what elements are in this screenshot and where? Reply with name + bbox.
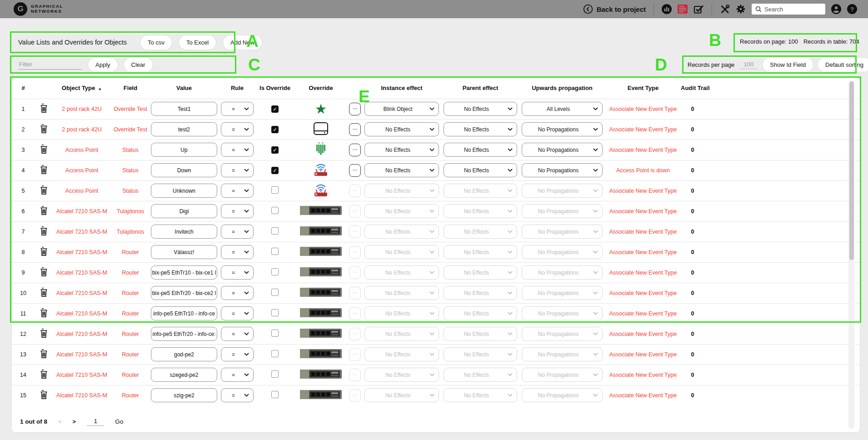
add-new-button[interactable]: Add New: [223, 35, 262, 50]
instance-effect-select[interactable]: No Effects: [364, 143, 439, 157]
charts-button[interactable]: [662, 4, 672, 14]
object-type-link[interactable]: Alcatel 7210 SAS-M: [56, 331, 107, 337]
delete-row-button[interactable]: [39, 369, 49, 381]
object-type-link[interactable]: Alcatel 7210 SAS-M: [56, 249, 107, 255]
field-link[interactable]: Status: [122, 167, 138, 174]
event-type-link[interactable]: Associate New Event Type: [609, 188, 677, 194]
event-type-link[interactable]: Associate New Event Type: [609, 106, 677, 112]
is-override-checkbox[interactable]: ✓: [271, 126, 279, 133]
default-sorting-button[interactable]: Default sorting: [818, 58, 868, 72]
event-type-link[interactable]: Associate New Event Type: [609, 147, 677, 153]
event-type-link[interactable]: Associate New Event Type: [609, 229, 677, 235]
settings-button[interactable]: [736, 4, 746, 14]
value-input[interactable]: info-pe5 EthTr10 - info-ce: [151, 306, 217, 320]
delete-row-button[interactable]: [39, 287, 49, 299]
col-header-audit-trail[interactable]: Audit Trail: [681, 78, 704, 99]
event-type-link[interactable]: Associate New Event Type: [609, 249, 677, 255]
value-input[interactable]: bix-pe5 EthTr20 - bix-ce2 l: [151, 286, 217, 300]
field-link[interactable]: Tulajdonos: [117, 229, 145, 235]
field-link[interactable]: Router: [122, 351, 139, 358]
field-link[interactable]: Status: [122, 147, 138, 153]
field-link[interactable]: Router: [122, 249, 139, 255]
event-type-link[interactable]: Associate New Event Type: [609, 208, 677, 215]
table-scrollbar-thumb[interactable]: [849, 81, 854, 260]
rule-select[interactable]: =: [221, 368, 254, 382]
export-csv-button[interactable]: To csv: [140, 35, 172, 50]
object-type-link[interactable]: 2 post rack 42U: [62, 126, 102, 133]
event-type-link[interactable]: Associate New Event Type: [609, 331, 677, 337]
value-input[interactable]: Down: [151, 163, 217, 177]
event-type-link[interactable]: Associate New Event Type: [609, 126, 677, 133]
is-override-checkbox[interactable]: [271, 268, 279, 275]
rule-select[interactable]: =: [221, 347, 254, 361]
rule-select[interactable]: =: [221, 286, 254, 300]
object-type-link[interactable]: Alcatel 7210 SAS-M: [56, 310, 107, 317]
field-link[interactable]: Router: [122, 290, 139, 296]
delete-row-button[interactable]: [39, 348, 49, 360]
field-link[interactable]: Router: [122, 310, 139, 317]
value-input[interactable]: bix-pe5 EthTr10 - bix-ce1 l: [151, 265, 217, 280]
object-type-link[interactable]: Alcatel 7210 SAS-M: [56, 208, 107, 215]
col-header-is-override[interactable]: Is Override: [256, 78, 294, 99]
field-link[interactable]: Router: [122, 331, 139, 337]
col-header-upwards-propagation[interactable]: Upwards propagation: [519, 78, 605, 99]
is-override-checkbox[interactable]: [271, 186, 279, 194]
value-lists-button-active[interactable]: [678, 5, 688, 14]
delete-row-button[interactable]: [39, 266, 49, 279]
col-header-instance-effect[interactable]: Instance effect: [362, 78, 442, 99]
clear-filter-button[interactable]: Clear: [124, 58, 153, 72]
value-input[interactable]: info-pe5 EthTr20 - info-ce:: [151, 327, 217, 341]
object-type-link[interactable]: Alcatel 7210 SAS-M: [56, 392, 107, 399]
col-header-rule[interactable]: Rule: [218, 78, 256, 99]
col-header-parent-effect[interactable]: Parent effect: [442, 78, 519, 99]
is-override-checkbox[interactable]: [271, 227, 279, 235]
is-override-checkbox[interactable]: [271, 309, 279, 316]
col-header-value[interactable]: Value: [150, 78, 218, 99]
value-input[interactable]: Up: [151, 143, 217, 157]
event-type-link[interactable]: Associate New Event Type: [609, 392, 677, 399]
value-input[interactable]: szeged-pe2: [151, 368, 217, 382]
delete-row-button[interactable]: [39, 205, 49, 217]
upwards-propagation-select[interactable]: No Propagations: [522, 143, 603, 157]
object-type-link[interactable]: Access Point: [65, 147, 98, 153]
override-picker-button[interactable]: ...: [349, 144, 361, 156]
rule-select[interactable]: =: [221, 245, 254, 259]
page-number-input[interactable]: [87, 417, 104, 426]
is-override-checkbox[interactable]: [271, 248, 279, 255]
instance-effect-select[interactable]: No Effects: [364, 122, 439, 136]
rule-select[interactable]: =: [221, 327, 254, 341]
previous-page-button[interactable]: <: [58, 418, 62, 425]
instance-effect-select[interactable]: Blink Object: [364, 102, 439, 116]
rule-select[interactable]: =: [221, 163, 254, 177]
field-link[interactable]: Override Test: [114, 106, 147, 112]
override-picker-button[interactable]: ...: [349, 123, 361, 136]
rule-select[interactable]: =: [221, 204, 254, 218]
field-link[interactable]: Router: [122, 372, 139, 378]
rule-select[interactable]: =: [221, 225, 254, 239]
event-type-link[interactable]: Associate New Event Type: [609, 310, 677, 317]
value-input[interactable]: Válassz!: [151, 245, 217, 259]
col-header-field[interactable]: Field: [111, 78, 150, 99]
value-input[interactable]: Digi: [151, 204, 217, 218]
value-input[interactable]: test2: [151, 122, 217, 136]
object-type-link[interactable]: Alcatel 7210 SAS-M: [56, 290, 107, 296]
object-type-link[interactable]: Alcatel 7210 SAS-M: [56, 351, 107, 358]
object-type-link[interactable]: 2 post rack 42U: [62, 106, 102, 112]
col-header-override[interactable]: Override: [294, 78, 348, 99]
filter-input[interactable]: [18, 60, 82, 70]
rule-select[interactable]: =: [221, 184, 254, 198]
value-input[interactable]: Test1: [151, 102, 217, 116]
parent-effect-select[interactable]: No Effects: [444, 102, 517, 116]
field-link[interactable]: Router: [122, 392, 139, 399]
search-input[interactable]: [764, 6, 822, 13]
parent-effect-select[interactable]: No Effects: [444, 163, 517, 177]
admin-tools-button[interactable]: [720, 4, 730, 14]
object-type-link[interactable]: Access Point: [65, 167, 98, 174]
rule-select[interactable]: =: [221, 265, 254, 280]
field-link[interactable]: Router: [122, 270, 139, 276]
is-override-checkbox[interactable]: [271, 330, 279, 337]
value-input[interactable]: szig-pe2: [151, 388, 217, 402]
help-button[interactable]: ?: [847, 4, 857, 14]
field-link[interactable]: Status: [122, 188, 138, 194]
is-override-checkbox[interactable]: [271, 370, 279, 378]
